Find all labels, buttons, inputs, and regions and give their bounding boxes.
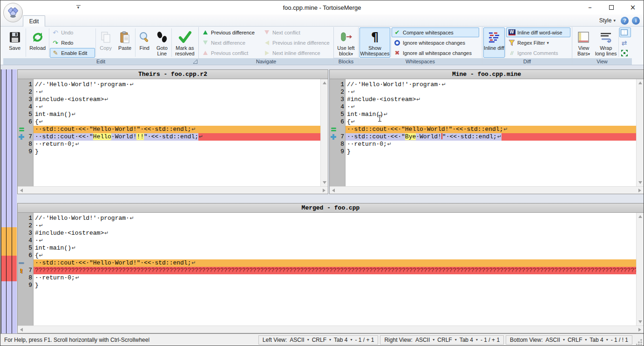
code-line[interactable]: 2·↵ <box>18 88 320 96</box>
enable-edit-button[interactable]: ✎ Enable Edit <box>50 48 95 58</box>
code-line[interactable]: 3#include·<iostream>↵ <box>18 96 320 103</box>
locator-strip-right[interactable] <box>7 69 11 334</box>
quick-access-toolbar-chevron-icon[interactable]: ▾ <box>75 4 81 11</box>
next-inline-difference-button[interactable]: Next inline difference <box>261 48 332 58</box>
code-line[interactable]: 6{↵ <box>18 252 636 259</box>
horizontal-scrollbar[interactable] <box>18 186 328 194</box>
code-line[interactable]: 2·↵ <box>18 222 636 230</box>
chevron-down-icon[interactable]: ▾ <box>606 338 608 342</box>
use-left-block-button[interactable]: Use left block▾ <box>335 27 357 57</box>
minimize-button[interactable]: – <box>579 0 601 14</box>
code-line[interactable]: 4·↵ <box>330 103 636 111</box>
horizontal-scrollbar[interactable] <box>330 186 644 194</box>
status-bottom-encoding[interactable]: ASCII <box>546 337 560 343</box>
vertical-scrollbar[interactable] <box>636 79 644 186</box>
ignore-all-whitespace-changes-button[interactable]: ✖ Ignore all whitespace changes <box>392 48 479 58</box>
status-left-tabmode[interactable]: Tab 4 <box>334 337 347 343</box>
code-line[interactable]: !7??????????????????????????????????????… <box>18 267 636 274</box>
pane-merged-code-area[interactable]: 1//·'Hello·World!'·program·↵2·↵3#include… <box>18 213 636 326</box>
scroll-left-icon[interactable] <box>20 189 23 192</box>
chevron-down-icon[interactable]: ▾ <box>350 338 352 342</box>
ignore-whitespace-changes-button[interactable]: Ignore whitespace changes <box>392 38 479 47</box>
tab-edit[interactable]: Edit <box>23 15 45 27</box>
code-line[interactable]: 8··return·0;↵ <box>330 141 636 148</box>
status-left-encoding[interactable]: ASCII <box>290 337 304 343</box>
previous-inline-difference-button[interactable]: Previous inline difference <box>261 38 332 47</box>
wrap-long-lines-button[interactable]: Wrap long lines <box>594 27 618 58</box>
code-line[interactable]: 9} <box>18 148 320 156</box>
chevron-down-icon[interactable]: ▾ <box>433 338 434 342</box>
scroll-down-icon[interactable] <box>638 320 642 323</box>
code-line[interactable]: 6{↵ <box>18 118 320 126</box>
view-bars-button[interactable]: View Bars▾ <box>573 27 594 58</box>
inline-diff-word-wise-button[interactable]: W Inline diff word-wise <box>506 27 570 37</box>
vertical-scrollbar[interactable] <box>320 79 328 186</box>
code-line[interactable]: ··std::cout·<<·"Hello·World!"·<<·std::en… <box>18 126 320 133</box>
code-line[interactable]: 4·↵ <box>18 103 320 111</box>
help-button[interactable]: ? <box>621 17 629 25</box>
scroll-up-icon[interactable] <box>323 81 326 84</box>
close-button[interactable]: × <box>622 0 644 14</box>
goto-line-button[interactable]: Goto Line <box>153 27 171 58</box>
locator-strip-left[interactable] <box>1 69 6 334</box>
code-line[interactable]: 5int·main()↵ <box>330 111 636 118</box>
regex-filter-button[interactable]: Regex Filter ▾ <box>506 38 570 47</box>
vertical-scrollbar[interactable] <box>636 213 644 326</box>
show-whitespaces-button[interactable]: ¶ Show Whitespaces <box>359 27 390 58</box>
paste-button[interactable]: Paste <box>115 27 135 58</box>
code-line[interactable]: 7··std::cout·<<·"Hello·World!!!"·<<·std:… <box>18 133 320 141</box>
scroll-up-icon[interactable] <box>638 81 642 84</box>
save-button[interactable]: Save <box>4 27 25 58</box>
copy-button[interactable]: Copy <box>96 27 115 58</box>
status-right-tabmode[interactable]: Tab 4 <box>460 337 473 343</box>
status-left-eol[interactable]: CRLF <box>312 337 326 343</box>
previous-difference-button[interactable]: Previous difference <box>200 27 261 37</box>
scroll-right-icon[interactable] <box>323 189 325 192</box>
code-line[interactable]: 7··std::cout·<<·"Bye·World!"·<<·std::end… <box>330 133 636 141</box>
scroll-left-icon[interactable] <box>332 189 335 192</box>
style-dropdown[interactable]: Style▾ <box>597 16 617 25</box>
resize-grip[interactable] <box>636 339 643 345</box>
pane-mine-code-area[interactable]: 1//·'Hello·World!'·program·↵2·↵3#include… <box>330 79 636 186</box>
code-line[interactable]: 8··return·0;↵ <box>18 274 636 282</box>
scroll-left-icon[interactable] <box>20 328 23 332</box>
about-button[interactable]: i <box>632 17 640 25</box>
code-line[interactable]: 3#include·<iostream>↵ <box>18 230 636 237</box>
inline-diff-button[interactable]: Inline diff <box>483 27 505 58</box>
code-line[interactable]: 2·↵ <box>330 88 636 96</box>
status-bottom-tabmode[interactable]: Tab 4 <box>590 337 603 343</box>
status-right-eol[interactable]: CRLF <box>437 337 452 343</box>
compare-whitespaces-button[interactable]: ✔ Compare whitespaces <box>392 27 479 37</box>
code-line[interactable]: 8··return·0;↵ <box>18 141 320 148</box>
ignore-comments-button[interactable]: // Ignore Comments <box>506 48 570 58</box>
mark-as-resolved-button[interactable]: Mark as resolved <box>172 27 197 58</box>
chevron-down-icon[interactable]: ▾ <box>455 338 457 342</box>
reload-button[interactable]: Reload <box>27 27 48 58</box>
previous-conflict-button[interactable]: Previous conflict <box>200 48 261 58</box>
code-line[interactable]: 3#include·<iostream>↵ <box>330 96 636 103</box>
code-line[interactable]: 5int·main()↵ <box>18 111 320 118</box>
code-line[interactable]: 6{↵ <box>330 118 636 126</box>
pane-theirs-code-area[interactable]: 1//·'Hello·World!'·program·↵2·↵3#include… <box>18 79 320 186</box>
scroll-down-icon[interactable] <box>638 181 642 184</box>
code-line[interactable]: 1//·'Hello·World!'·program·↵ <box>18 81 320 88</box>
chevron-down-icon[interactable]: ▾ <box>307 338 309 342</box>
dialog-launcher-icon[interactable] <box>193 60 197 64</box>
locator-bar[interactable] <box>1 69 17 334</box>
app-menu-button[interactable] <box>3 3 23 22</box>
scroll-up-icon[interactable] <box>638 215 642 218</box>
two-pane-view-button[interactable] <box>619 27 631 37</box>
next-difference-button[interactable]: Next difference <box>200 38 261 47</box>
code-line[interactable]: ··std::cout·<<·"Hello·World!"·<<·std::en… <box>330 126 636 133</box>
undo-button[interactable]: ↶ Undo <box>50 27 95 37</box>
horizontal-scrollbar[interactable] <box>18 326 644 333</box>
code-line[interactable]: 5int·main()↵ <box>18 244 636 252</box>
scroll-right-icon[interactable] <box>638 189 641 192</box>
redo-button[interactable]: ↷ Redo <box>50 38 95 47</box>
code-line[interactable]: ··std::cout·<<·"Hello·World!"·<<·std::en… <box>18 259 636 267</box>
chevron-down-icon[interactable]: ▾ <box>563 338 565 342</box>
code-line[interactable]: 4·↵ <box>18 237 636 244</box>
scroll-down-icon[interactable] <box>323 181 326 184</box>
next-conflict-button[interactable]: Next conflict <box>261 27 332 37</box>
code-line[interactable]: 9} <box>330 148 636 156</box>
